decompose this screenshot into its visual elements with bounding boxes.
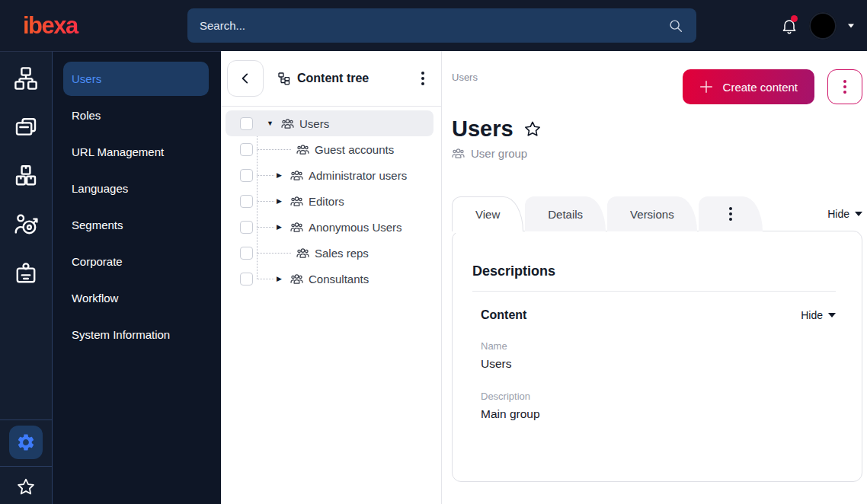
tree-row-administrator-users[interactable]: ▶ Administrator users — [226, 162, 434, 188]
search-input[interactable] — [200, 19, 667, 32]
tree-connector — [257, 175, 274, 176]
tab-versions[interactable]: Versions — [607, 196, 697, 231]
tree-row-guest-accounts[interactable]: Guest accounts — [226, 136, 434, 162]
sidebar-item-corporate[interactable]: Corporate — [63, 244, 209, 279]
checkbox[interactable] — [240, 221, 253, 234]
tree-connector — [257, 279, 274, 279]
section-title: Descriptions — [472, 263, 836, 279]
create-content-button[interactable]: Create content — [683, 69, 814, 104]
content-tree-icon — [277, 72, 291, 85]
field-label: Name — [481, 340, 836, 352]
expander-icon[interactable]: ▼ — [265, 120, 275, 127]
checkbox[interactable] — [240, 247, 253, 260]
field-name: Name Users — [481, 340, 836, 371]
sidebar-item-workflow[interactable]: Workflow — [63, 281, 209, 315]
content-tree-panel: Content tree ▼ Users Guest accounts ▶ Ad… — [221, 51, 442, 504]
icon-rail — [0, 51, 53, 504]
tab-more-kebab[interactable] — [699, 196, 763, 231]
divider — [0, 419, 52, 420]
tree-row-users[interactable]: ▼ Users — [226, 110, 434, 136]
tree-row-anonymous-users[interactable]: ▶ Anonymous Users — [226, 214, 434, 240]
sitemap-icon[interactable] — [11, 64, 40, 93]
notification-badge — [791, 15, 798, 22]
chevron-down-icon[interactable] — [848, 24, 854, 27]
field-label: Description — [481, 391, 836, 402]
group-title: Content — [481, 308, 526, 322]
notifications-bell-icon[interactable] — [780, 17, 798, 35]
checkbox[interactable] — [240, 273, 253, 285]
tab-view[interactable]: View — [452, 196, 523, 231]
user-group-icon — [290, 195, 303, 208]
sidebar-item-system-information[interactable]: System Information — [63, 317, 209, 352]
content-options-kebab[interactable] — [827, 69, 862, 104]
chevron-down-icon — [828, 313, 836, 317]
top-bar: ibexa — [0, 0, 867, 51]
page-title: Users — [452, 116, 513, 142]
bookmark-star-icon[interactable] — [15, 477, 37, 498]
user-group-icon — [290, 221, 303, 234]
user-group-icon — [290, 273, 303, 285]
main-content: Users Create content Users User group Vi… — [442, 51, 867, 504]
tree-options-kebab[interactable] — [418, 69, 427, 88]
divider — [0, 466, 52, 467]
user-group-icon — [296, 143, 309, 156]
plus-icon — [699, 80, 713, 94]
expander-icon[interactable]: ▶ — [274, 197, 284, 205]
sidebar-item-languages[interactable]: Languages — [63, 171, 209, 206]
sidebar-item-url-management[interactable]: URL Management — [63, 135, 209, 169]
breadcrumb[interactable]: Users — [452, 72, 478, 104]
user-group-icon — [296, 247, 309, 260]
badge-icon[interactable] — [11, 259, 40, 288]
tree-connector — [257, 201, 274, 202]
user-group-icon — [281, 117, 294, 130]
user-group-icon — [452, 147, 465, 160]
tab-bar: ViewDetailsVersions Hide — [452, 196, 862, 231]
checkbox[interactable] — [240, 143, 253, 156]
products-icon[interactable] — [11, 161, 40, 190]
tree-connector — [257, 149, 291, 150]
tree-connector — [257, 253, 291, 254]
field-value: Main group — [481, 407, 836, 421]
kebab-icon — [729, 207, 732, 221]
hide-group-button[interactable]: Hide — [801, 309, 836, 321]
settings-gear-icon[interactable] — [9, 426, 43, 459]
field-value: Users — [481, 357, 836, 371]
expander-icon[interactable]: ▶ — [274, 223, 284, 231]
tree-row-editors[interactable]: ▶ Editors — [226, 188, 434, 214]
avatar[interactable] — [809, 12, 837, 40]
sidebar-item-users[interactable]: Users — [63, 62, 209, 96]
search-icon[interactable] — [667, 18, 684, 34]
hide-tabs-button[interactable]: Hide — [827, 208, 862, 220]
user-group-icon — [290, 169, 303, 182]
expander-icon[interactable]: ▶ — [274, 171, 284, 179]
content-view-card: Descriptions Content Hide Name Users Des… — [452, 231, 862, 482]
audience-icon[interactable] — [11, 210, 40, 239]
divider — [472, 291, 836, 292]
field-description: Description Main group — [481, 391, 836, 421]
chevron-left-icon — [238, 72, 252, 85]
bookmark-star-icon[interactable] — [523, 120, 542, 139]
global-search[interactable] — [187, 8, 696, 43]
tree-row-consultants[interactable]: ▶ Consultants — [226, 266, 434, 292]
expander-icon[interactable]: ▶ — [274, 275, 284, 282]
tree-row-sales-reps[interactable]: Sales reps — [226, 240, 434, 266]
sidebar-item-segments[interactable]: Segments — [63, 208, 209, 242]
content-type-label: User group — [452, 147, 862, 160]
chevron-down-icon — [855, 212, 862, 216]
checkbox[interactable] — [240, 169, 253, 182]
tree-connector — [257, 227, 274, 228]
tab-details[interactable]: Details — [525, 196, 606, 231]
pages-icon[interactable] — [11, 113, 40, 142]
sidebar-item-roles[interactable]: Roles — [63, 98, 209, 132]
sidebar-menu: UsersRolesURL ManagementLanguagesSegment… — [53, 51, 221, 504]
checkbox[interactable] — [240, 117, 253, 130]
checkbox[interactable] — [240, 195, 253, 208]
ibexa-logo[interactable]: ibexa — [0, 12, 187, 40]
collapse-tree-button[interactable] — [227, 60, 264, 97]
content-tree-title: Content tree — [277, 72, 369, 85]
